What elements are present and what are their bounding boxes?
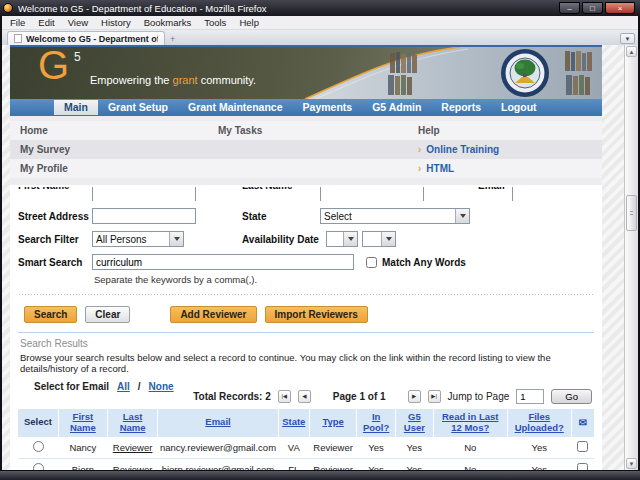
nav-main[interactable]: Main (54, 100, 98, 115)
state-select[interactable]: Select (320, 208, 470, 224)
menu-edit[interactable]: Edit (38, 17, 54, 28)
select-record-radio[interactable] (33, 441, 44, 452)
menu-bookmarks[interactable]: Bookmarks (144, 17, 192, 28)
nav-grant-setup[interactable]: Grant Setup (98, 100, 178, 115)
scroll-up-icon[interactable]: ▲ (626, 46, 637, 57)
page-icon (14, 34, 22, 43)
col-last-name[interactable]: Last Name (107, 409, 158, 437)
next-page-button[interactable]: ▶ (408, 390, 421, 403)
jump-to-page-input[interactable] (516, 389, 544, 404)
sidebar-item-home[interactable]: Home (20, 125, 218, 136)
results-instructions: Browse your search results below and sel… (20, 352, 594, 374)
last-name-field[interactable] (320, 187, 424, 201)
help-header: Help (418, 125, 602, 136)
import-reviewers-button[interactable]: Import Reviewers (265, 306, 368, 323)
dropdown-arrow-icon[interactable] (169, 232, 183, 246)
first-page-button[interactable]: |◀ (278, 390, 291, 403)
vertical-scrollbar[interactable]: ▲ ▼ (624, 45, 638, 470)
availability-day-select[interactable] (362, 231, 396, 247)
list-tabs-button[interactable]: ▼ (620, 33, 635, 44)
menu-history[interactable]: History (101, 17, 131, 28)
menu-view[interactable]: View (68, 17, 88, 28)
street-address-field[interactable] (92, 208, 196, 224)
nav-g5-admin[interactable]: G5 Admin (362, 100, 431, 115)
nav-reports[interactable]: Reports (431, 100, 491, 115)
cell-last-name-link[interactable]: Reviewer (107, 437, 158, 459)
col-state[interactable]: State (278, 409, 309, 437)
menu-help[interactable]: Help (239, 17, 259, 28)
email-select-checkbox[interactable] (577, 441, 588, 452)
form-buttons: Search Clear Add Reviewer Import Reviewe… (24, 306, 594, 323)
state-select-value: Select (321, 211, 455, 222)
tab-title: Welcome to G5 - Department of Edu... (26, 34, 158, 44)
close-button[interactable]: × (605, 2, 635, 14)
sidebar-item-my-survey[interactable]: My Survey (20, 144, 218, 155)
first-name-field[interactable] (92, 187, 196, 201)
col-files-uploaded[interactable]: Files Uploaded? (507, 409, 571, 437)
window-title: Welcome to G5 - Department of Education … (18, 3, 554, 14)
dropdown-arrow-icon[interactable] (343, 232, 357, 246)
availability-month-select[interactable] (326, 231, 358, 247)
help-link-html[interactable]: ›HTML (418, 163, 602, 174)
search-filter-select[interactable]: All Persons (92, 231, 184, 247)
search-results-section: Search Results Browse your search result… (10, 338, 602, 470)
browser-window: Welcome to G5 - Department of Education … (0, 0, 640, 480)
minimize-button[interactable]: – (559, 2, 580, 14)
tagline-post: community. (198, 74, 256, 86)
maximize-button[interactable]: □ (582, 2, 603, 14)
smart-search-field[interactable] (92, 254, 354, 270)
cell-state: VA (278, 437, 309, 459)
g5-page: G 5 Empowering the grant community. Main… (10, 45, 602, 470)
dropdown-arrow-icon[interactable] (381, 232, 395, 246)
table-row: Bjorn Reviewer bjorn.reviewer@gmail.com … (18, 458, 594, 470)
page-indicator-top: Page 1 of 1 (333, 391, 386, 402)
last-page-button[interactable]: ▶| (428, 390, 441, 403)
new-tab-button[interactable]: + (170, 34, 175, 45)
match-any-words-checkbox[interactable] (366, 257, 377, 268)
col-type[interactable]: Type (309, 409, 356, 437)
cell-last-name-link[interactable]: Reviewer (107, 458, 158, 470)
email-field[interactable] (512, 187, 594, 201)
cell-email: nancy.reviewer@gmail.com (158, 437, 278, 459)
col-first-name[interactable]: First Name (59, 409, 108, 437)
col-read-12[interactable]: Read in Last 12 Mos? (433, 409, 507, 437)
nav-payments[interactable]: Payments (293, 100, 363, 115)
clear-button[interactable]: Clear (85, 306, 130, 323)
search-button[interactable]: Search (24, 306, 77, 323)
email-select-checkbox[interactable] (577, 463, 588, 470)
keywords-hint: Separate the keywords by a comma(,). (94, 274, 594, 285)
select-none-link[interactable]: None (149, 381, 174, 392)
nav-logout[interactable]: Logout (491, 100, 547, 115)
scroll-down-icon[interactable]: ▼ (626, 458, 637, 469)
help-link-online-training[interactable]: ›Online Training (418, 144, 602, 155)
menu-bar: File Edit View History Bookmarks Tools H… (2, 16, 638, 30)
col-email[interactable]: Email (158, 409, 278, 437)
cell-type: Reviewer (309, 458, 356, 470)
menu-tools[interactable]: Tools (204, 17, 226, 28)
dotted-divider (18, 293, 594, 297)
nav-grant-maintenance[interactable]: Grant Maintenance (178, 100, 293, 115)
go-button[interactable]: Go (551, 389, 592, 404)
scrollbar-thumb[interactable] (626, 195, 637, 231)
sidebar-item-my-profile[interactable]: My Profile (20, 163, 218, 174)
prev-page-button[interactable]: ◀ (298, 390, 311, 403)
cell-files-uploaded: Yes (507, 437, 571, 459)
title-bar[interactable]: Welcome to G5 - Department of Education … (0, 0, 640, 16)
tagline-pre: Empowering the (90, 74, 173, 86)
html-label: HTML (426, 163, 454, 174)
select-record-radio[interactable] (33, 463, 44, 470)
bottom-window-bar (0, 470, 640, 480)
col-in-pool[interactable]: In Pool? (357, 409, 396, 437)
add-reviewer-button[interactable]: Add Reviewer (170, 306, 256, 323)
dropdown-arrow-icon[interactable] (455, 209, 469, 223)
chevron-right-icon: › (418, 163, 421, 174)
cell-in-pool: Yes (357, 458, 396, 470)
g5-logo: G (38, 47, 69, 88)
select-all-link[interactable]: All (117, 381, 130, 392)
slash-separator: / (138, 381, 141, 392)
search-form: First Name Last Name Email Street Addres… (10, 185, 602, 333)
email-label: Email (478, 187, 512, 191)
menu-file[interactable]: File (10, 17, 25, 28)
col-g5-user[interactable]: G5 User (395, 409, 433, 437)
browser-tab[interactable]: Welcome to G5 - Department of Edu... (7, 31, 165, 45)
